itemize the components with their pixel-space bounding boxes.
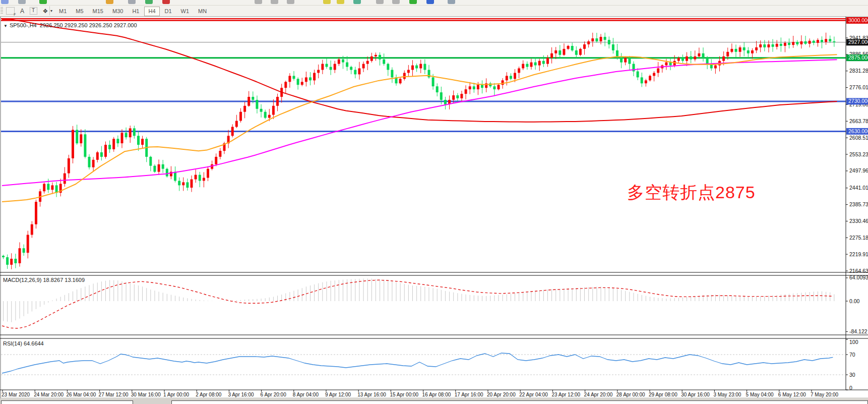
candle-body [706,58,709,64]
candle-body [207,169,209,178]
candle-body [162,164,164,169]
candle-body [546,58,549,64]
candle-body [64,174,66,184]
candle-body [23,248,25,253]
candle-body [444,100,447,104]
candle-body [809,41,811,44]
price-badge-label: 2875.000 [848,54,868,61]
candle-body [72,130,74,158]
candle-body [174,172,176,181]
date-label: 26 Mar 04:00 [66,392,96,397]
price-label: 2219.910 [849,251,868,257]
candle-body [399,79,402,83]
candle-body [657,69,659,73]
candle-body [125,133,128,137]
price-label: 2385.735 [849,201,868,207]
candle-body [469,86,471,89]
candle-body [31,224,33,235]
candle-body [276,97,279,106]
macd-scale-label: -84.122 [849,328,867,334]
candle-body [493,86,495,89]
candle-body [96,152,99,160]
candle-body [403,73,406,79]
candle-body [735,49,737,52]
candle-body [637,72,639,78]
candle-body [116,139,119,143]
date-label: 6 Apr 20:00 [261,392,287,397]
candle-body [338,60,340,64]
chart-symbol: SP500-,H4 [10,22,37,28]
candle-body [702,53,705,58]
date-label: 24 Mar 20:00 [34,392,64,397]
candle-body [780,44,782,46]
candle-body [538,61,541,66]
candle-body [514,73,516,79]
candle-body [600,37,602,41]
date-label: 3 May 23:00 [713,392,741,397]
candle-body [305,77,307,82]
price-badge-label: 3000.000 [848,17,868,23]
candle-body [415,66,418,69]
candle-body [358,69,360,75]
date-label: 9 Apr 12:00 [325,392,351,397]
candle-body [260,109,263,112]
rsi-name: RSI(14) [3,340,22,347]
candle-body [616,50,618,56]
candle-body [432,77,435,86]
candle-body [534,63,537,66]
date-label: 15 Apr 00:00 [390,392,418,397]
candle-body [350,67,352,70]
candle-body [653,73,655,76]
date-label: 6 May 12:00 [778,392,806,397]
candle-body [554,50,557,53]
price-label: 2776.010 [849,84,868,90]
candle-body [559,50,561,55]
candle-body [149,157,152,166]
minimized-window[interactable] [1,400,133,404]
candle-body [297,79,299,85]
candle-body [195,175,197,180]
candle-body [387,64,389,70]
candle-body [92,160,95,167]
candle-body [423,64,426,70]
candle-body [796,42,798,44]
candle-body [583,44,586,49]
chart-canvas[interactable]: 2941.8352886.5602831.2852776.0102719.060… [0,0,868,404]
candle-body [231,127,234,136]
candle-body [411,66,414,70]
date-label: 13 Apr 16:00 [357,392,386,397]
price-badge-label: 2927.000 [848,39,868,45]
candle-body [407,70,410,73]
candle-body [465,89,467,94]
date-label: 17 Apr 16:00 [455,392,483,397]
candle-body [739,47,741,52]
candle-body [481,85,483,88]
candle-body [788,43,790,45]
candle-body [698,53,700,56]
date-label: 22 Apr 04:00 [519,392,548,397]
candle-body [813,41,815,43]
candle-body [419,64,422,69]
collapse-triangle-icon[interactable]: ▼ [4,24,8,28]
candle-body [530,63,533,67]
candle-body [817,40,819,43]
candle-body [522,64,524,69]
candle-body [833,41,835,42]
candle-body [256,100,258,109]
candle-body [498,85,500,89]
date-label: 23 Apr 12:00 [551,392,580,397]
candle-body [321,64,324,70]
candle-body [620,56,623,63]
chart-background[interactable] [0,17,868,398]
minimized-window[interactable] [171,400,868,404]
candle-body [330,67,332,70]
chart-ohlc-values: 2926.250 2929.250 2926.250 2927.000 [40,22,137,28]
candle-body [362,64,365,69]
candle-body [686,56,688,61]
candle-body [182,182,184,185]
candle-body [6,257,9,265]
candle-body [579,49,582,55]
candle-body [288,76,291,82]
candle-body [247,97,250,106]
candle-body [575,50,578,55]
